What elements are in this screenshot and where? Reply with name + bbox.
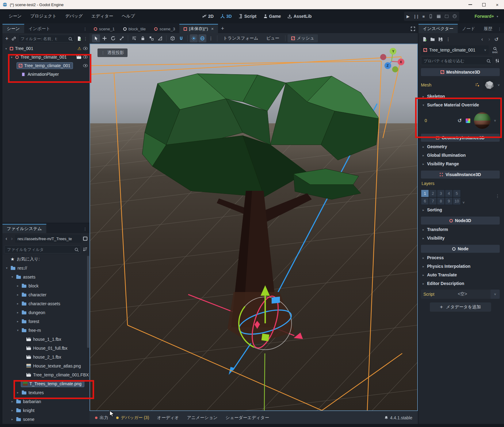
gizmo-plane-xy[interactable] (272, 297, 280, 304)
chevron-down-icon[interactable]: ▾ (5, 266, 9, 270)
section-editor-description[interactable]: ▸ Editor Description (421, 280, 500, 287)
viewport-canvas[interactable]: Y X Z (90, 44, 417, 410)
layer-cell-2[interactable]: 2 (429, 190, 437, 197)
fs-t-trees-png-selected[interactable]: T_Trees_temp_climate.png (2, 379, 90, 388)
category-node3d[interactable]: Node3D (421, 217, 500, 225)
fs-dungeon[interactable]: ▸ dungeon (2, 308, 90, 317)
layer-cell-6[interactable]: 6 (421, 197, 429, 205)
tab-inspector[interactable]: インスペクター (418, 24, 458, 33)
new-resource-icon[interactable] (422, 37, 427, 42)
transform-menu[interactable]: トランスフォーム (220, 34, 262, 42)
layer-cell-5[interactable]: 5 (453, 190, 461, 197)
fs-textures[interactable]: ▸ textures (2, 388, 90, 397)
material-preview-sphere[interactable] (474, 112, 491, 129)
section-physics-interpolation[interactable]: ▸ Physics Interpolation (421, 263, 500, 270)
layer-cell-1[interactable]: 1 (421, 190, 429, 197)
mesh-property-label[interactable]: Mesh (421, 83, 431, 87)
fs-barbarian[interactable]: ▸ barbarian (2, 397, 90, 406)
script-dropdown[interactable]: ˅ (491, 290, 500, 299)
fs-forest[interactable]: ▸ forest (2, 317, 90, 326)
chevron-right-icon[interactable]: ▸ (16, 302, 20, 305)
section-sorting[interactable]: ▸ Sorting (421, 206, 500, 214)
chevron-right-icon[interactable]: ▸ (16, 320, 20, 323)
nav-back-icon[interactable]: ‹ (4, 236, 9, 242)
nav-forward-icon[interactable]: › (10, 236, 14, 242)
selected-node-box[interactable]: Tree_temp_climate_001 (17, 62, 73, 69)
tab-history[interactable]: 履歴 (479, 25, 497, 33)
close-button[interactable]: × (491, 0, 504, 9)
script-label[interactable]: Script (423, 292, 434, 297)
section-visibility[interactable]: ▸ Visibility (421, 234, 500, 242)
dock-menu-icon[interactable]: ⋮ (83, 27, 90, 33)
tab-scene[interactable]: シーン (2, 24, 24, 33)
layer-cell-7[interactable]: 7 (429, 197, 437, 205)
layers-menu-dots-icon[interactable]: ⋮ (495, 194, 500, 198)
mesh-preview-thumbnail[interactable] (483, 79, 495, 91)
axis-neg-x-ball[interactable] (380, 54, 386, 60)
category-node[interactable]: Node (421, 245, 500, 253)
shader-editor-button[interactable]: シェーダーエディター (226, 415, 269, 421)
section-auto-translate[interactable]: ▸ Auto Translate (421, 271, 500, 279)
tab-filesystem[interactable]: ファイルシステム (2, 224, 46, 233)
category-visualinstance3d[interactable]: VisualInstance3D (421, 171, 500, 179)
axis-neg-y-ball[interactable] (392, 66, 398, 72)
history-icon[interactable]: ↺ (494, 37, 498, 42)
scene-node-tree-001[interactable]: ▾ Tree_001 ⚠ (2, 44, 90, 53)
instance-scene-icon[interactable] (11, 36, 16, 41)
audio-button[interactable]: オーディオ (157, 415, 179, 421)
visibility-eye-icon[interactable] (83, 64, 88, 67)
fullscreen-icon[interactable] (410, 26, 415, 31)
key-insert-icon[interactable] (475, 83, 479, 87)
property-filter-input[interactable] (421, 56, 493, 65)
movie-camera-icon[interactable] (77, 55, 81, 59)
scene-tab-scene-3[interactable]: scene_3 (150, 25, 179, 33)
path-field[interactable]: res://assets/free-m/T_Trees_te (15, 235, 82, 243)
tab-import[interactable]: インポート (24, 25, 55, 33)
profiler-icon[interactable] (452, 14, 457, 18)
property-tools-icon[interactable] (495, 58, 500, 63)
chevron-right-icon[interactable]: ▸ (10, 417, 14, 421)
list-select-button[interactable] (130, 34, 138, 42)
chevron-right-icon[interactable]: ▸ (16, 311, 20, 314)
visibility-eye-icon[interactable] (83, 56, 88, 59)
fs-free-m[interactable]: ▾ free-m (2, 326, 90, 335)
lock-button[interactable] (139, 34, 147, 42)
mesh-menu[interactable]: メッシュ (288, 34, 318, 42)
warning-icon[interactable]: ⚠ (77, 46, 81, 51)
fs-house-2-1[interactable]: house_2_1.fbx (2, 352, 90, 361)
layer-cell-3[interactable]: 3 (437, 190, 445, 197)
scene-node-animationplayer[interactable]: AnimationPlayer (2, 70, 90, 79)
mode-assetlib[interactable]: AssetLib (285, 12, 314, 20)
visibility-eye-icon[interactable] (83, 47, 88, 50)
fs-character[interactable]: ▸ character (2, 290, 90, 299)
fs-res-root[interactable]: ▾ res:// (2, 264, 90, 272)
mode-3d[interactable]: 3D (218, 12, 234, 20)
sort-icon[interactable] (83, 247, 88, 252)
material-index[interactable]: 0 (425, 118, 427, 123)
view-menu[interactable]: ビュー (262, 34, 283, 42)
3d-viewport[interactable]: ⋮ 透視投影 (90, 44, 418, 411)
chevron-down-icon[interactable]: ▾ (16, 329, 20, 332)
save-resource-icon[interactable] (438, 37, 443, 42)
debugger-button[interactable]: デバッガー (3) (116, 415, 149, 421)
ruler-button[interactable] (156, 34, 164, 42)
fs-block[interactable]: ▸ block (2, 281, 90, 290)
dock-menu-icon[interactable]: ⋮ (83, 227, 90, 233)
chevron-down-icon[interactable]: ▾ (10, 56, 13, 59)
chevron-down-icon[interactable]: ˅ (463, 201, 464, 204)
section-surface-material-override[interactable]: ▾ Surface Material Override (421, 101, 500, 109)
scale-tool-button[interactable] (118, 34, 126, 42)
section-transform[interactable]: ▸ Transform (421, 226, 500, 233)
preview-menu-dots-icon[interactable]: ⋮ (207, 34, 215, 42)
fs-favorites[interactable]: ★ お気に入り: (2, 255, 90, 264)
move-tool-button[interactable] (101, 34, 109, 42)
fs-character-assets[interactable]: ▸ character-assets (2, 299, 90, 308)
gizmo-plane-xz[interactable] (262, 334, 269, 341)
mode-2d[interactable]: 2D (200, 12, 216, 20)
scene-tab-scene-1[interactable]: scene_1 (90, 25, 119, 33)
snap-magnet-button[interactable] (177, 34, 185, 42)
menu-editor[interactable]: エディター (87, 12, 117, 21)
chevron-right-icon[interactable]: ▸ (16, 284, 20, 287)
menu-scene[interactable]: シーン (4, 12, 26, 21)
fs-house-1-1[interactable]: house_1_1.fbx (2, 335, 90, 344)
